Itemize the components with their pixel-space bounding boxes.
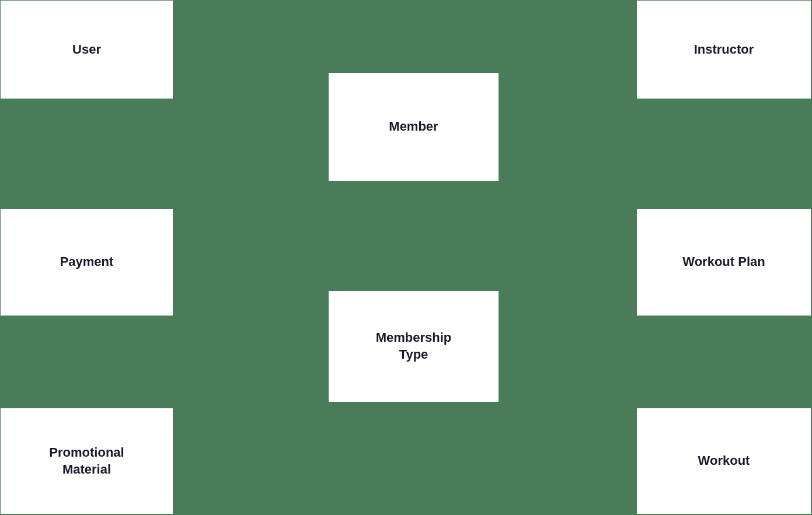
workout-label: Workout [698,453,750,470]
promotional-material-label: PromotionalMaterial [49,444,124,478]
workout-card: Workout [637,408,811,514]
workout-plan-card: Workout Plan [637,209,811,316]
user-label: User [72,41,101,58]
payment-card: Payment [1,209,173,316]
workout-plan-label: Workout Plan [682,254,765,271]
membership-type-card: MembershipType [329,291,499,402]
instructor-card: Instructor [637,1,811,99]
user-card: User [1,1,173,99]
instructor-label: Instructor [694,41,754,58]
membership-type-label: MembershipType [376,330,452,363]
member-label: Member [389,118,438,135]
payment-label: Payment [60,254,114,271]
member-card: Member [329,73,499,181]
promotional-material-card: PromotionalMaterial [1,408,173,514]
